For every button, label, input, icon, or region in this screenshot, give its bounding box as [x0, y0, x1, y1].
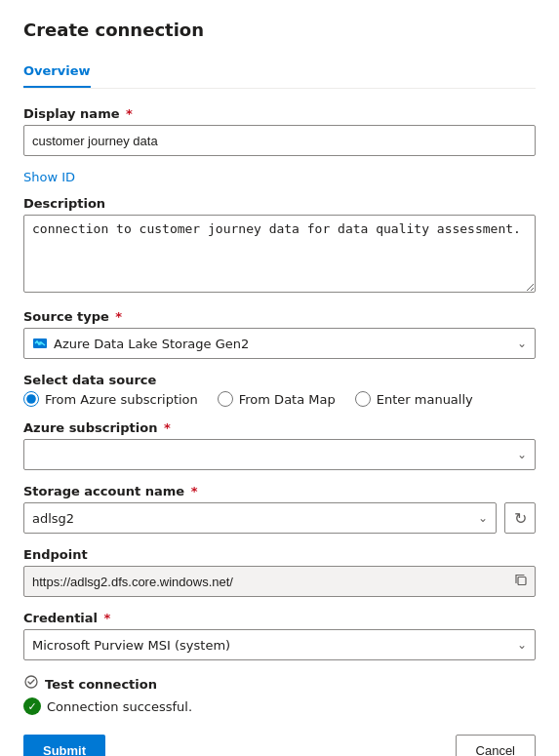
svg-point-1 — [38, 341, 42, 345]
radio-manually[interactable]: Enter manually — [355, 391, 473, 407]
display-name-label: Display name * — [23, 106, 536, 121]
svg-rect-2 — [518, 577, 526, 585]
test-connection-icon — [23, 674, 39, 694]
refresh-button[interactable]: ↻ — [504, 502, 536, 534]
tabs: Overview — [23, 56, 536, 89]
copy-endpoint-button[interactable] — [510, 570, 532, 594]
credential-select-wrapper[interactable]: Microsoft Purview MSI (system) ⌄ — [23, 629, 536, 660]
storage-account-row: adlsg2 ⌄ ↻ — [23, 502, 536, 534]
source-type-label: Source type * — [23, 309, 536, 324]
azure-subscription-select-wrapper[interactable]: ⌄ — [23, 439, 536, 470]
display-name-group: Display name * — [23, 106, 536, 156]
copy-icon — [514, 574, 528, 590]
storage-account-select-wrapper[interactable]: adlsg2 ⌄ — [23, 502, 497, 534]
radio-manually-input[interactable] — [355, 391, 371, 407]
endpoint-input — [23, 566, 536, 597]
credential-select[interactable]: Microsoft Purview MSI (system) ⌄ — [23, 629, 536, 660]
radio-azure-sub-input[interactable] — [23, 391, 39, 407]
submit-button[interactable]: Submit — [23, 735, 105, 756]
azure-sub-chevron: ⌄ — [517, 448, 527, 461]
test-connection-label: Test connection — [45, 677, 157, 692]
page-title: Create connection — [23, 20, 536, 40]
storage-account-value: adlsg2 — [32, 511, 74, 526]
radio-azure-sub-label: From Azure subscription — [45, 392, 198, 407]
radio-azure-sub[interactable]: From Azure subscription — [23, 391, 198, 407]
source-type-chevron: ⌄ — [517, 337, 527, 350]
credential-chevron: ⌄ — [517, 638, 527, 652]
display-name-input[interactable] — [23, 125, 536, 156]
test-connection-title-row: Test connection — [23, 674, 536, 694]
success-row: Connection successful. — [23, 697, 536, 715]
description-group: Description connection to customer journ… — [23, 196, 536, 296]
description-label: Description — [23, 196, 536, 211]
credential-group: Credential * Microsoft Purview MSI (syst… — [23, 611, 536, 660]
azure-subscription-select[interactable]: ⌄ — [23, 439, 536, 470]
svg-point-3 — [25, 676, 37, 688]
endpoint-group: Endpoint — [23, 547, 536, 597]
success-icon — [23, 697, 41, 715]
source-type-value: Azure Data Lake Storage Gen2 — [54, 337, 249, 351]
endpoint-label: Endpoint — [23, 547, 536, 562]
refresh-icon: ↻ — [514, 509, 527, 528]
required-star: * — [122, 106, 133, 121]
credential-value: Microsoft Purview MSI (system) — [32, 638, 230, 653]
radio-data-map[interactable]: From Data Map — [218, 391, 336, 407]
cancel-button[interactable]: Cancel — [456, 735, 536, 756]
credential-label: Credential * — [23, 611, 536, 625]
endpoint-row — [23, 566, 536, 597]
radio-data-map-input[interactable] — [218, 391, 233, 407]
connection-status: Connection successful. — [47, 699, 192, 714]
source-type-group: Source type * Azure Data Lake Storage Ge… — [23, 309, 536, 359]
tab-overview[interactable]: Overview — [23, 56, 91, 88]
adls-icon — [32, 336, 48, 351]
storage-account-label: Storage account name * — [23, 484, 536, 498]
source-type-select-wrapper[interactable]: Azure Data Lake Storage Gen2 ⌄ — [23, 328, 536, 359]
select-data-source-label: Select data source — [23, 373, 536, 387]
storage-account-group: Storage account name * adlsg2 ⌄ ↻ — [23, 484, 536, 534]
show-id-link[interactable]: Show ID — [23, 170, 75, 184]
data-source-radio-group: From Azure subscription From Data Map En… — [23, 391, 536, 407]
storage-account-select[interactable]: adlsg2 ⌄ — [23, 502, 497, 534]
storage-chevron: ⌄ — [478, 511, 488, 525]
select-data-source-group: Select data source From Azure subscripti… — [23, 373, 536, 407]
azure-subscription-label: Azure subscription * — [23, 420, 536, 435]
azure-subscription-group: Azure subscription * ⌄ — [23, 420, 536, 470]
radio-data-map-label: From Data Map — [239, 392, 336, 407]
description-textarea[interactable]: connection to customer journey data for … — [23, 215, 536, 293]
footer: Submit Cancel — [23, 735, 536, 756]
radio-manually-label: Enter manually — [377, 392, 473, 407]
test-connection-section: Test connection Connection successful. — [23, 674, 536, 715]
source-type-select[interactable]: Azure Data Lake Storage Gen2 ⌄ — [23, 328, 536, 359]
